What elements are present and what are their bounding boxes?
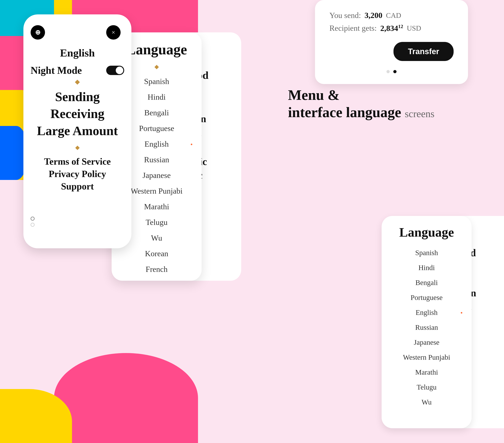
bottom-right-language-card: Language Spanish Hindi Bengali Portugues… [382, 216, 472, 428]
dot-inactive [31, 223, 35, 227]
section-title-sub2: screens [405, 108, 434, 119]
dot-2 [393, 70, 396, 73]
menu-section: English Night Mode ◆ Sending Receiving L… [31, 47, 124, 192]
br-lang-wu[interactable]: Wu [387, 395, 466, 409]
br-lang-telugu[interactable]: Telugu [387, 380, 466, 395]
main-phone-card: ⊕ × English Night Mode ◆ Sending Receivi… [23, 14, 131, 248]
bg-blob-blue-left [0, 126, 27, 180]
lang-korean[interactable]: Korean [117, 246, 196, 262]
toggle-knob [116, 67, 123, 74]
dot-active [31, 217, 35, 221]
language-row: English [31, 47, 124, 59]
recipient-gets-amount: 2,83412 [380, 24, 403, 33]
diamond-divider-2: ◆ [31, 144, 124, 151]
night-mode-label: Night Mode [31, 65, 82, 76]
night-mode-row: Night Mode [31, 63, 124, 78]
close-icon: × [112, 29, 115, 36]
logo-symbol: ⊕ [35, 29, 40, 36]
close-button[interactable]: × [106, 25, 121, 40]
transfer-dots [329, 61, 454, 73]
lang-french[interactable]: French [117, 262, 196, 277]
br-language-list: Spanish Hindi Bengali Portuguese English… [387, 245, 466, 409]
menu-item-sending[interactable]: Sending [31, 89, 124, 105]
br-lang-russian[interactable]: Russian [387, 320, 466, 335]
br-language-title: Language [387, 225, 466, 240]
br-lang-portuguese[interactable]: Portuguese [387, 290, 466, 305]
menu-item-receiving[interactable]: Receiving [31, 106, 124, 122]
app-logo: ⊕ [31, 25, 45, 40]
you-send-currency: CAD [386, 11, 401, 20]
you-send-amount: 3,200 [364, 11, 382, 20]
lang-german[interactable]: German [117, 277, 196, 281]
section-title-sub1: interface language [288, 104, 401, 120]
you-send-label: You send: [329, 11, 361, 20]
night-mode-toggle[interactable] [106, 66, 124, 75]
br-lang-bengali[interactable]: Bengali [387, 275, 466, 290]
section-title-sub: interface language screens [288, 104, 434, 121]
transfer-button[interactable]: Transfer [394, 42, 454, 61]
dot-1 [386, 70, 390, 73]
section-title: Menu & interface language screens [288, 86, 434, 121]
menu-item-large-amount[interactable]: Large Amount [31, 123, 124, 139]
transfer-card: You send: 3,200 CAD Recipient gets: 2,83… [315, 0, 468, 84]
br-lang-japanese[interactable]: Japanese [387, 335, 466, 350]
br-lang-hindi[interactable]: Hindi [387, 260, 466, 275]
br-lang-english[interactable]: English [387, 305, 466, 320]
menu-item-privacy[interactable]: Privacy Policy [31, 169, 124, 179]
dots-indicator [31, 217, 35, 227]
menu-item-terms[interactable]: Terms of Service [31, 156, 124, 167]
recipient-gets-currency: USD [407, 24, 421, 32]
diamond-divider-1: ◆ [31, 78, 124, 86]
bg-blob-pink-bottom [54, 353, 198, 443]
you-send-row: You send: 3,200 CAD [329, 11, 454, 20]
section-title-main: Menu & [288, 86, 434, 104]
menu-item-support[interactable]: Support [31, 181, 124, 192]
language-label[interactable]: English [60, 47, 95, 59]
br-lang-spanish[interactable]: Spanish [387, 245, 466, 260]
recipient-gets-label: Recipient gets: [329, 24, 377, 33]
recipient-gets-row: Recipient gets: 2,83412 USD [329, 24, 454, 33]
br-lang-marathi[interactable]: Marathi [387, 365, 466, 380]
br-lang-western-punjabi[interactable]: Western Punjabi [387, 350, 466, 365]
